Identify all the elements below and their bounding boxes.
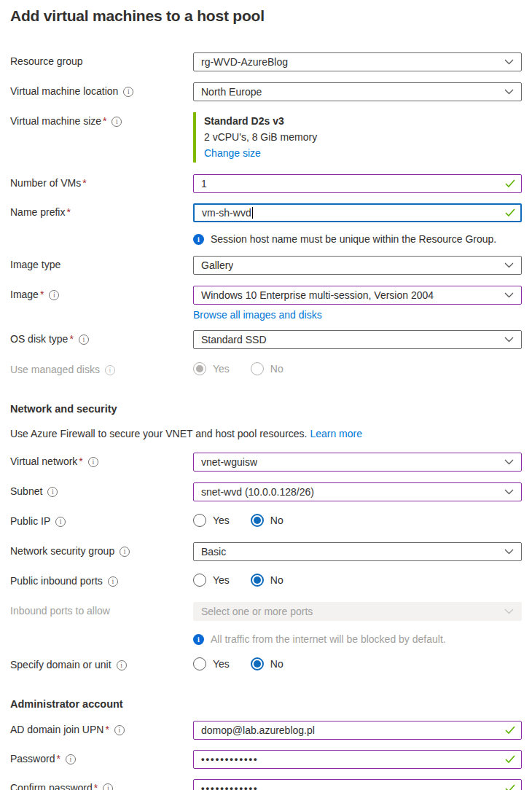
- ad-upn-value: domop@lab.azureblog.pl: [201, 724, 315, 736]
- os-disk-type-dropdown[interactable]: Standard SSD: [193, 330, 522, 349]
- ad-upn-input[interactable]: domop@lab.azureblog.pl: [193, 721, 522, 740]
- password-input[interactable]: ••••••••••••: [193, 750, 522, 769]
- public-ip-radio-group: Yes No: [193, 512, 522, 527]
- virtual-network-value: vnet-wguisw: [201, 456, 257, 468]
- use-managed-disks-row: Use managed disks Yes No: [10, 361, 522, 376]
- image-label: Image*: [10, 289, 44, 301]
- required-marker: *: [105, 724, 109, 735]
- vm-size-row: Virtual machine size* Standard D2s v3 2 …: [10, 112, 522, 163]
- virtual-network-dropdown[interactable]: vnet-wguisw: [193, 453, 522, 472]
- specify-domain-no-radio[interactable]: [251, 657, 264, 670]
- subnet-label: Subnet: [10, 485, 42, 498]
- valid-check-icon: [505, 726, 515, 735]
- radio-yes-label: Yes: [213, 658, 230, 670]
- public-inbound-ports-yes-radio[interactable]: [193, 574, 206, 587]
- info-icon[interactable]: [123, 87, 133, 97]
- number-of-vms-input[interactable]: 1: [193, 174, 522, 193]
- name-prefix-note-row: Session host name must be unique within …: [10, 232, 522, 246]
- info-icon[interactable]: [66, 754, 76, 764]
- public-inbound-ports-radio-group: Yes No: [193, 572, 522, 587]
- inbound-ports-note-row: All traffic from the internet will be bl…: [10, 633, 522, 646]
- resource-group-dropdown[interactable]: rg-WVD-AzureBlog: [193, 52, 522, 71]
- network-security-group-label: Network security group: [10, 545, 114, 558]
- info-icon[interactable]: [103, 783, 113, 790]
- subnet-value: snet-wvd (10.0.0.128/26): [201, 486, 314, 498]
- number-of-vms-label: Number of VMs*: [10, 177, 87, 189]
- valid-check-icon: [505, 208, 515, 217]
- use-managed-disks-no-radio: [251, 362, 264, 375]
- browse-images-link[interactable]: Browse all images and disks: [193, 309, 322, 321]
- image-type-dropdown[interactable]: Gallery: [193, 256, 522, 275]
- chevron-down-icon: [504, 89, 514, 95]
- specify-domain-yes-radio[interactable]: [193, 657, 206, 670]
- network-security-group-dropdown[interactable]: Basic: [193, 542, 522, 561]
- chevron-down-icon: [504, 609, 514, 614]
- radio-yes-label: Yes: [213, 515, 230, 526]
- info-icon[interactable]: [108, 576, 118, 587]
- chevron-down-icon: [504, 59, 514, 65]
- subnet-dropdown[interactable]: snet-wvd (10.0.0.128/26): [193, 482, 522, 501]
- specify-domain-radio-group: Yes No: [193, 656, 522, 670]
- info-icon[interactable]: [49, 290, 59, 300]
- number-of-vms-row: Number of VMs* 1: [10, 174, 522, 193]
- number-of-vms-value: 1: [201, 178, 207, 189]
- info-icon[interactable]: [114, 725, 125, 735]
- vm-location-value: North Europe: [201, 86, 262, 98]
- virtual-network-label: Virtual network*: [10, 455, 83, 468]
- vm-size-name: Standard D2s v3: [204, 113, 522, 129]
- public-inbound-ports-label: Public inbound ports: [10, 575, 103, 587]
- required-marker: *: [66, 206, 70, 218]
- learn-more-link[interactable]: Learn more: [310, 427, 362, 440]
- use-managed-disks-yes-radio: [193, 362, 206, 375]
- radio-no-label: No: [270, 658, 283, 670]
- name-prefix-input[interactable]: vm-sh-wvd: [193, 203, 522, 222]
- info-icon[interactable]: [117, 660, 127, 670]
- password-value: ••••••••••••: [201, 750, 259, 769]
- resource-group-value: rg-WVD-AzureBlog: [201, 56, 288, 68]
- vm-location-dropdown[interactable]: North Europe: [193, 82, 522, 101]
- info-icon[interactable]: [79, 335, 89, 345]
- public-ip-yes-radio[interactable]: [193, 514, 206, 527]
- use-managed-disks-radio-group: Yes No: [193, 361, 522, 375]
- required-marker: *: [94, 782, 98, 790]
- inbound-ports-note: All traffic from the internet will be bl…: [211, 633, 446, 646]
- image-row: Image* Windows 10 Enterprise multi-sessi…: [10, 286, 522, 321]
- name-prefix-label: Name prefix*: [10, 206, 71, 219]
- info-icon[interactable]: [120, 547, 130, 557]
- specify-domain-label: Specify domain or unit: [10, 659, 112, 671]
- add-vms-form: Add virtual machines to a host pool Reso…: [0, 0, 532, 790]
- image-type-row: Image type Gallery: [10, 256, 522, 275]
- info-icon[interactable]: [112, 117, 122, 127]
- resource-group-label: Resource group: [10, 55, 83, 68]
- chevron-down-icon: [504, 459, 514, 465]
- ad-upn-label: AD domain join UPN*: [10, 724, 109, 736]
- administrator-account-heading: Administrator account: [10, 698, 522, 710]
- info-icon[interactable]: [105, 365, 115, 375]
- image-type-value: Gallery: [201, 259, 233, 271]
- change-size-link[interactable]: Change size: [204, 145, 261, 161]
- info-icon[interactable]: [55, 517, 66, 527]
- resource-group-row: Resource group rg-WVD-AzureBlog: [10, 52, 522, 71]
- info-icon[interactable]: [47, 487, 58, 497]
- chevron-down-icon: [504, 262, 514, 268]
- network-security-heading: Network and security: [10, 403, 522, 415]
- public-inbound-ports-row: Public inbound ports Yes No: [10, 572, 522, 587]
- radio-yes-label: Yes: [213, 363, 230, 375]
- vm-size-specs: 2 vCPU's, 8 GiB memory: [204, 129, 522, 145]
- inbound-ports-dropdown: Select one or more ports: [193, 602, 522, 621]
- vm-location-row: Virtual machine location North Europe: [10, 82, 522, 101]
- name-prefix-note: Session host name must be unique within …: [211, 232, 496, 246]
- vm-size-summary: Standard D2s v3 2 vCPU's, 8 GiB memory C…: [193, 112, 522, 163]
- confirm-password-input[interactable]: ••••••••••••: [193, 779, 522, 790]
- password-label: Password*: [10, 753, 60, 765]
- inbound-ports-label: Inbound ports to allow: [10, 605, 110, 617]
- info-filled-icon: [193, 634, 204, 645]
- public-ip-no-radio[interactable]: [251, 514, 264, 527]
- info-icon[interactable]: [88, 457, 98, 467]
- confirm-password-value: ••••••••••••: [201, 779, 259, 790]
- required-marker: *: [82, 177, 86, 189]
- public-inbound-ports-no-radio[interactable]: [251, 574, 264, 587]
- os-disk-type-value: Standard SSD: [201, 334, 267, 345]
- image-dropdown[interactable]: Windows 10 Enterprise multi-session, Ver…: [193, 286, 522, 305]
- page-title: Add virtual machines to a host pool: [10, 7, 522, 25]
